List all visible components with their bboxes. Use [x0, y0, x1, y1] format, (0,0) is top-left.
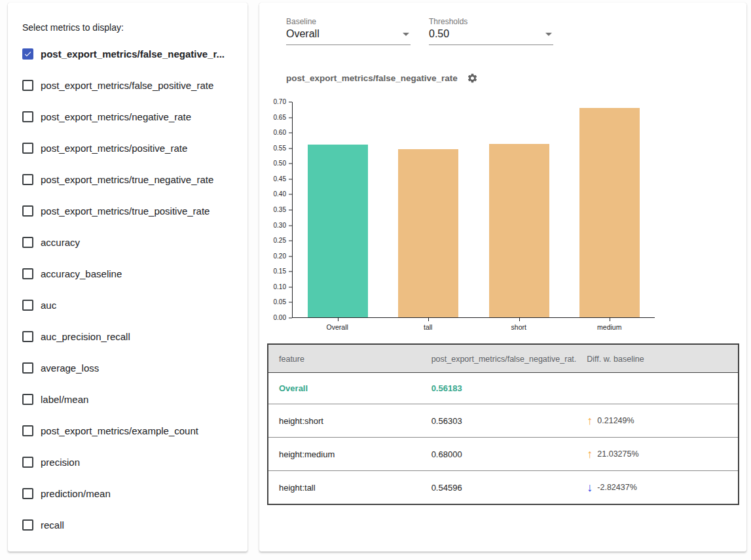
value-cell: 0.56183 — [421, 373, 577, 404]
checkbox-unchecked-icon[interactable] — [22, 425, 33, 436]
feature-cell: height:tall — [268, 471, 421, 505]
controls-row: Baseline Overall Thresholds 0.50 — [286, 17, 736, 45]
y-axis: 0.000.050.100.150.200.250.300.350.400.45… — [270, 102, 292, 318]
metric-label: post_export_metrics/false_positive_rate — [41, 80, 213, 91]
metric-label: recall — [41, 519, 64, 531]
feature-cell: height:medium — [268, 438, 421, 471]
x-axis-labels: Overalltallshortmedium — [292, 323, 655, 331]
x-tick-mark — [428, 318, 429, 321]
checkbox-unchecked-icon[interactable] — [22, 268, 33, 279]
checkbox-unchecked-icon[interactable] — [22, 488, 33, 499]
table-row-height-medium[interactable]: height:medium 0.68000 ↑21.03275% — [268, 438, 739, 471]
checkbox-unchecked-icon[interactable] — [22, 174, 33, 185]
x-tick-label: medium — [564, 323, 655, 331]
checkbox-unchecked-icon[interactable] — [22, 80, 33, 91]
metric-checkbox-item[interactable]: post_export_metrics/false_positive_rate — [22, 69, 236, 101]
metric-label: post_export_metrics/true_negative_rate — [41, 174, 213, 185]
y-tick-label: 0.55 — [274, 145, 286, 152]
checkbox-unchecked-icon[interactable] — [22, 519, 33, 531]
column-header-feature: feature — [268, 344, 421, 373]
metric-checkbox-item[interactable]: recall — [22, 509, 236, 540]
metric-checkbox-item[interactable]: accuracy_baseline — [22, 258, 236, 289]
checkbox-checked-icon[interactable] — [22, 48, 33, 60]
table-row-height-tall[interactable]: height:tall 0.54596 ↓-2.82437% — [268, 471, 739, 505]
metrics-table: feature post_export_metrics/false_negati… — [267, 343, 739, 505]
settings-gear-icon[interactable] — [467, 73, 478, 84]
metric-checkbox-item[interactable]: average_loss — [22, 352, 236, 383]
metric-checkbox-item[interactable]: post_export_metrics/true_positive_rate — [22, 195, 236, 226]
metric-checkbox-item[interactable]: label/mean — [22, 383, 236, 415]
chart-header: post_export_metrics/false_negative_rate — [286, 73, 736, 84]
metric-label: auc_precision_recall — [41, 331, 130, 342]
baseline-dropdown-label: Baseline — [286, 17, 411, 26]
metric-label: post_export_metrics/positive_rate — [41, 143, 187, 154]
metric-label: post_export_metrics/true_positive_rate — [41, 205, 210, 217]
checkbox-unchecked-icon[interactable] — [22, 331, 33, 342]
table-row-overall[interactable]: Overall 0.56183 — [268, 373, 739, 404]
bar-short[interactable] — [489, 144, 549, 317]
checkbox-unchecked-icon[interactable] — [22, 205, 33, 217]
x-tick-label: short — [473, 323, 564, 331]
metric-label: prediction/mean — [41, 488, 111, 499]
metric-label: average_loss — [41, 362, 99, 374]
arrow-down-icon: ↓ — [587, 481, 593, 493]
chart-title: post_export_metrics/false_negative_rate — [286, 73, 458, 83]
metric-checkbox-item[interactable]: post_export_metrics/true_negative_rate — [22, 164, 236, 195]
checkbox-unchecked-icon[interactable] — [22, 111, 33, 122]
diff-cell: ↓-2.82437% — [576, 471, 739, 505]
metric-label: post_export_metrics/negative_rate — [41, 111, 191, 122]
checkbox-unchecked-icon[interactable] — [22, 300, 33, 311]
chevron-down-icon — [403, 33, 409, 36]
feature-cell: Overall — [268, 373, 421, 404]
bar-chart: 0.000.050.100.150.200.250.300.350.400.45… — [270, 102, 736, 318]
bar-slot — [383, 102, 473, 317]
thresholds-dropdown-label: Thresholds — [429, 17, 553, 26]
y-tick-label: 0.05 — [274, 299, 286, 306]
checkbox-unchecked-icon[interactable] — [22, 457, 33, 468]
checkbox-unchecked-icon[interactable] — [22, 394, 33, 405]
y-tick-label: 0.70 — [274, 99, 286, 105]
metric-checkbox-item[interactable]: accuracy — [22, 226, 236, 258]
metric-list: post_export_metrics/false_negative_r...p… — [22, 38, 236, 540]
metric-detail-panel: Baseline Overall Thresholds 0.50 post_ex… — [259, 3, 746, 551]
metric-checkbox-item[interactable]: auc_precision_recall — [22, 321, 236, 352]
checkbox-unchecked-icon[interactable] — [22, 237, 33, 248]
metric-checkbox-item[interactable]: post_export_metrics/example_count — [22, 415, 236, 446]
y-tick-label: 0.65 — [274, 114, 286, 121]
diff-cell: ↑21.03275% — [576, 438, 739, 471]
checkbox-unchecked-icon[interactable] — [22, 362, 33, 374]
bar-tall[interactable] — [398, 149, 458, 317]
baseline-dropdown-value: Overall — [286, 28, 320, 40]
metric-checkbox-item[interactable]: post_export_metrics/positive_rate — [22, 132, 236, 164]
metric-checkbox-item[interactable]: post_export_metrics/negative_rate — [22, 101, 236, 132]
metric-label: accuracy — [41, 237, 80, 248]
y-tick-label: 0.10 — [274, 284, 286, 290]
x-tick-mark — [519, 318, 520, 321]
y-tick-label: 0.60 — [274, 130, 286, 136]
checkbox-unchecked-icon[interactable] — [22, 143, 33, 154]
y-tick-label: 0.30 — [274, 222, 286, 229]
metric-label: label/mean — [41, 394, 88, 405]
table-row-height-short[interactable]: height:short 0.56303 ↑0.21249% — [268, 404, 739, 438]
arrow-up-icon: ↑ — [587, 415, 593, 427]
value-cell: 0.68000 — [421, 438, 577, 471]
metric-selector-panel: Select metrics to display: post_export_m… — [8, 3, 247, 551]
metric-checkbox-item[interactable]: auc — [22, 289, 236, 321]
metric-checkbox-item[interactable]: post_export_metrics/false_negative_r... — [22, 38, 236, 69]
thresholds-dropdown[interactable]: Thresholds 0.50 — [429, 17, 553, 45]
feature-cell: height:short — [268, 404, 421, 438]
metric-label: post_export_metrics/example_count — [41, 425, 198, 436]
metric-label: post_export_metrics/false_negative_r... — [41, 48, 225, 60]
baseline-dropdown[interactable]: Baseline Overall — [286, 17, 411, 45]
plot-area — [292, 102, 655, 318]
value-cell: 0.54596 — [421, 471, 577, 505]
bar-medium[interactable] — [579, 108, 640, 317]
y-tick-label: 0.45 — [274, 176, 286, 183]
diff-value: -2.82437% — [597, 483, 636, 492]
bar-overall[interactable] — [308, 145, 368, 317]
bar-slot — [564, 102, 655, 317]
bar-slot — [474, 102, 564, 317]
bar-slot — [293, 102, 383, 317]
metric-checkbox-item[interactable]: prediction/mean — [22, 478, 236, 509]
metric-checkbox-item[interactable]: precision — [22, 446, 236, 478]
